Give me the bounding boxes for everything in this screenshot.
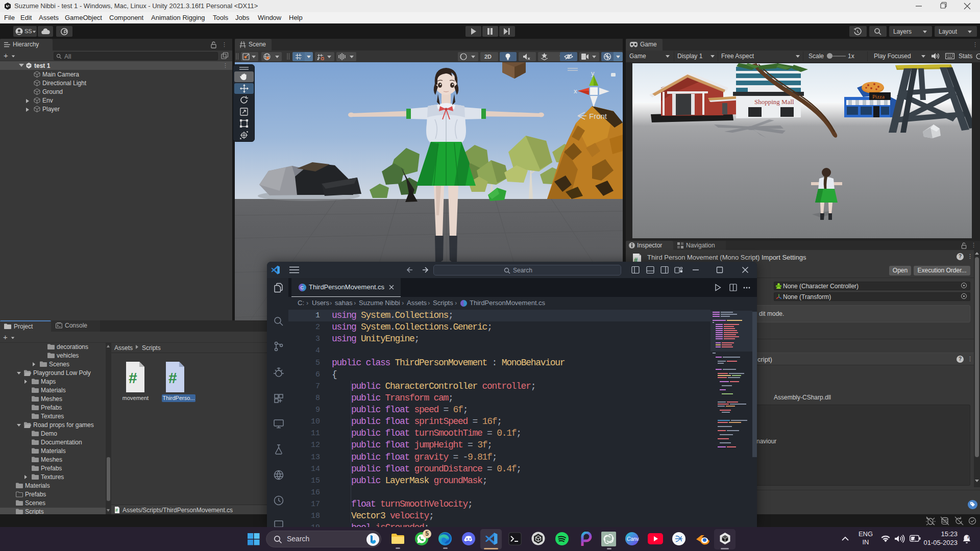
svg-text:Pizza: Pizza	[872, 93, 885, 99]
svg-text:#: #	[115, 508, 118, 513]
svg-text:Shopping Mall: Shopping Mall	[754, 98, 794, 106]
svg-text:z: z	[967, 535, 969, 539]
svg-text:Canva: Canva	[627, 536, 639, 542]
svg-text:y: y	[591, 69, 595, 77]
svg-text:C: C	[301, 285, 304, 290]
svg-text:x: x	[574, 87, 577, 95]
svg-text:#: #	[129, 369, 137, 386]
svg-text:#: #	[168, 369, 177, 386]
svg-text:Y: Y	[299, 56, 302, 60]
svg-text:Front: Front	[589, 112, 607, 120]
